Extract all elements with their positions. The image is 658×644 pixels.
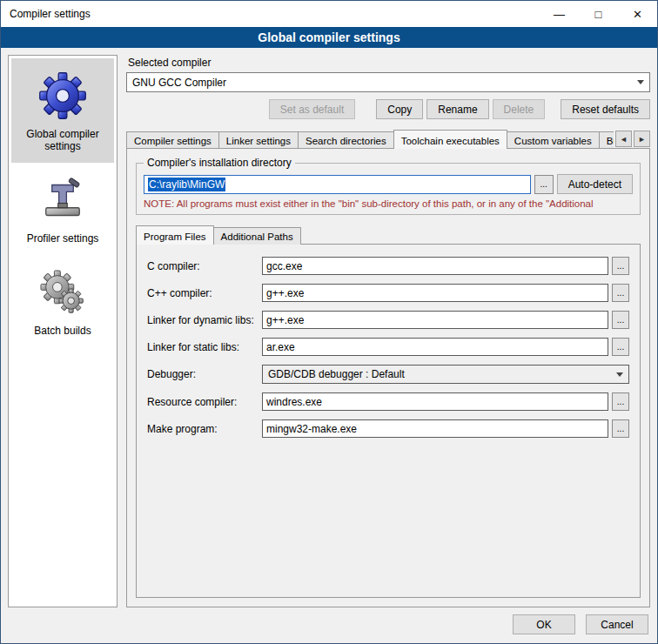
- tab-compiler-settings[interactable]: Compiler settings: [126, 131, 219, 149]
- resource-compiler-row: Resource compiler: windres.exe ...: [147, 392, 629, 411]
- sidebar-item-label: Batch builds: [34, 325, 91, 337]
- resource-compiler-browse-button[interactable]: ...: [612, 392, 629, 411]
- ok-button[interactable]: OK: [513, 614, 575, 634]
- c-compiler-browse-button[interactable]: ...: [612, 257, 629, 275]
- program-files-tabstrip: Program Files Additional Paths: [136, 224, 641, 245]
- tab-custom-variables[interactable]: Custom variables: [507, 131, 600, 149]
- static-linker-browse-button[interactable]: ...: [612, 338, 629, 356]
- tab-scroll-right-icon[interactable]: ►: [634, 131, 650, 147]
- tab-scroll-left-icon[interactable]: ◄: [615, 131, 632, 147]
- compiler-actions: Set as default Copy Rename Delete Reset …: [126, 99, 650, 119]
- cancel-button[interactable]: Cancel: [586, 614, 648, 634]
- make-program-browse-button[interactable]: ...: [612, 419, 629, 438]
- set-as-default-button[interactable]: Set as default: [269, 99, 355, 119]
- program-files-panel: C compiler: gcc.exe ... C++ compiler: g+…: [136, 244, 641, 598]
- close-button[interactable]: ✕: [618, 1, 657, 27]
- cpp-compiler-value: g++.exe: [266, 287, 304, 299]
- installation-directory-row: C:\raylib\MinGW ... Auto-detect: [144, 174, 633, 194]
- banner-title: Global compiler settings: [258, 30, 400, 44]
- resource-compiler-value: windres.exe: [266, 396, 322, 408]
- sidebar-item-label: Profiler settings: [27, 232, 99, 245]
- window-controls: — □ ✕: [540, 1, 657, 27]
- debugger-row: Debugger: GDB/CDB debugger : Default: [147, 365, 629, 384]
- resource-compiler-input[interactable]: windres.exe: [262, 392, 608, 411]
- tab-toolchain-executables[interactable]: Toolchain executables: [393, 130, 507, 149]
- dialog-footer: OK Cancel: [1, 607, 657, 643]
- main-panel: Selected compiler GNU GCC Compiler Set a…: [126, 55, 650, 607]
- blue-gear-icon: [37, 70, 88, 121]
- rename-button[interactable]: Rename: [426, 99, 488, 119]
- debugger-select[interactable]: GDB/CDB debugger : Default: [262, 365, 629, 384]
- installation-directory-input[interactable]: C:\raylib\MinGW: [144, 175, 531, 194]
- cpp-compiler-label: C++ compiler:: [147, 287, 262, 299]
- cpp-compiler-row: C++ compiler: g++.exe ...: [147, 284, 629, 302]
- c-compiler-label: C compiler:: [147, 260, 262, 272]
- dynamic-linker-input[interactable]: g++.exe: [262, 311, 608, 329]
- make-program-input[interactable]: mingw32-make.exe: [262, 419, 608, 438]
- debugger-select-value: GDB/CDB debugger : Default: [268, 368, 405, 380]
- sidebar-item-label: Global compiler settings: [15, 128, 111, 152]
- dynamic-linker-row: Linker for dynamic libs: g++.exe ...: [147, 311, 629, 329]
- sidebar-item-global-compiler-settings[interactable]: Global compiler settings: [11, 58, 114, 163]
- installation-directory-value: C:\raylib\MinGW: [148, 178, 225, 191]
- static-linker-label: Linker for static libs:: [147, 341, 262, 353]
- make-program-row: Make program: mingw32-make.exe ...: [147, 419, 629, 438]
- make-program-label: Make program:: [147, 423, 262, 435]
- chevron-down-icon: [616, 372, 623, 377]
- tabs-scroll-area: Compiler settings Linker settings Search…: [126, 130, 614, 149]
- compiler-settings-dialog: Compiler settings — □ ✕ Global compiler …: [0, 0, 658, 644]
- minimize-button[interactable]: —: [540, 1, 579, 27]
- selected-compiler-label: Selected compiler: [128, 57, 650, 69]
- static-linker-value: ar.exe: [266, 341, 295, 353]
- installation-directory-browse-button[interactable]: ...: [534, 175, 554, 194]
- window-title: Compiler settings: [1, 8, 91, 20]
- cpp-compiler-input[interactable]: g++.exe: [262, 284, 608, 302]
- c-compiler-value: gcc.exe: [266, 260, 302, 272]
- compiler-select-value: GNU GCC Compiler: [132, 77, 226, 89]
- sidebar-item-batch-builds[interactable]: Batch builds: [11, 255, 114, 347]
- settings-tabstrip: Compiler settings Linker settings Search…: [126, 128, 650, 149]
- maximize-button[interactable]: □: [579, 1, 618, 27]
- resource-compiler-label: Resource compiler:: [147, 396, 262, 408]
- tab-linker-settings[interactable]: Linker settings: [218, 131, 299, 149]
- installation-directory-legend: Compiler's installation directory: [144, 157, 295, 169]
- cpp-compiler-browse-button[interactable]: ...: [612, 284, 629, 302]
- c-compiler-input[interactable]: gcc.exe: [262, 257, 608, 275]
- gray-gears-icon: [37, 267, 88, 318]
- installation-directory-group: Compiler's installation directory C:\ray…: [136, 163, 641, 215]
- make-program-value: mingw32-make.exe: [266, 423, 357, 435]
- title-bar: Compiler settings — □ ✕: [1, 1, 657, 27]
- debugger-label: Debugger:: [147, 368, 262, 380]
- dynamic-linker-browse-button[interactable]: ...: [612, 311, 629, 329]
- dialog-content: Global compiler settings Profiler settin…: [1, 48, 657, 607]
- banner: Global compiler settings: [1, 27, 657, 48]
- tab-build-options-clipped[interactable]: Buil: [599, 131, 614, 149]
- bin-subdirectory-note: NOTE: All programs must exist either in …: [144, 198, 633, 209]
- auto-detect-button[interactable]: Auto-detect: [557, 174, 633, 194]
- copy-button[interactable]: Copy: [376, 99, 423, 119]
- dynamic-linker-label: Linker for dynamic libs:: [147, 314, 262, 326]
- tab-program-files[interactable]: Program Files: [136, 225, 214, 245]
- subtabs-scroll-area: Program Files Additional Paths: [136, 225, 641, 245]
- toolchain-executables-panel: Compiler's installation directory C:\ray…: [126, 148, 650, 607]
- sidebar-item-profiler-settings[interactable]: Profiler settings: [11, 163, 114, 255]
- static-linker-input[interactable]: ar.exe: [262, 338, 608, 356]
- tab-search-directories[interactable]: Search directories: [298, 131, 394, 149]
- tab-additional-paths[interactable]: Additional Paths: [213, 227, 301, 245]
- reset-defaults-button[interactable]: Reset defaults: [561, 99, 650, 119]
- c-compiler-row: C compiler: gcc.exe ...: [147, 257, 629, 275]
- compiler-select[interactable]: GNU GCC Compiler: [126, 72, 650, 92]
- static-linker-row: Linker for static libs: ar.exe ...: [147, 338, 629, 356]
- profiler-tool-icon: [37, 175, 88, 225]
- dynamic-linker-value: g++.exe: [266, 314, 304, 326]
- chevron-down-icon: [637, 80, 644, 84]
- delete-button[interactable]: Delete: [493, 99, 546, 119]
- settings-category-list: Global compiler settings Profiler settin…: [8, 55, 118, 607]
